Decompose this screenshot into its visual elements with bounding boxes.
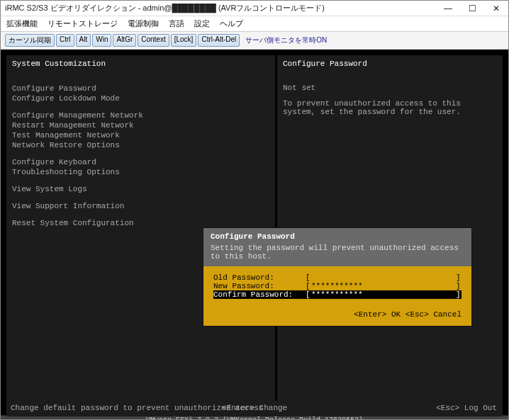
toolbar-note: サーバ側モニタを常時ON bbox=[245, 34, 327, 47]
new-password-row: New Password: [ *********** ] bbox=[213, 282, 462, 290]
console-area: System Customization Configure Password … bbox=[1, 50, 508, 415]
menu-restart-mgmt-network[interactable]: Restart Management Network bbox=[12, 120, 269, 130]
old-password-input[interactable] bbox=[311, 273, 456, 282]
menu-view-system-logs[interactable]: View System Logs bbox=[12, 184, 269, 194]
menubar: 拡張機能 リモートストレージ 電源制御 言語 設定 ヘルプ bbox=[1, 16, 508, 31]
window-title: iRMC S2/S3 ビデオリダイレクション - admin@████████ … bbox=[1, 3, 436, 13]
menu-configure-lockdown[interactable]: Configure Lockdown Mode bbox=[12, 93, 269, 103]
dialog-title: Configure Password bbox=[211, 232, 464, 241]
console-footer: Change default password to prevent unaut… bbox=[6, 401, 503, 415]
menu-power[interactable]: 電源制御 bbox=[126, 18, 160, 30]
footer-change-hint: <Enter> Change bbox=[222, 404, 287, 412]
cursor-sync-button[interactable]: カーソル同期 bbox=[5, 34, 55, 47]
menu-extensions[interactable]: 拡張機能 bbox=[5, 18, 39, 30]
menu-settings[interactable]: 設定 bbox=[193, 18, 211, 30]
window-titlebar: iRMC S2/S3 ビデオリダイレクション - admin@████████ … bbox=[1, 1, 508, 16]
ctrl-alt-del-button[interactable]: Ctrl-Alt-Del bbox=[198, 34, 240, 47]
alt-button[interactable]: Alt bbox=[76, 34, 91, 47]
toolbar: カーソル同期 Ctrl Alt Win AltGr Context [Lock]… bbox=[1, 31, 508, 50]
configure-password-dialog: Configure Password Setting the password … bbox=[203, 228, 471, 326]
confirm-password-row: Confirm Password: [ *********** ] bbox=[213, 290, 462, 299]
dialog-desc: Setting the password will prevent unauth… bbox=[211, 244, 464, 261]
right-panel-body: Not set To prevent unauthorized access t… bbox=[277, 72, 503, 120]
dialog-actions: <Enter> OK <Esc> Cancel bbox=[203, 305, 471, 326]
right-panel-title: Configure Password bbox=[277, 55, 503, 72]
dialog-header: Configure Password Setting the password … bbox=[203, 228, 471, 266]
left-panel-title: System Customization bbox=[6, 55, 275, 72]
footer-logout-hint: <Esc> Log Out bbox=[436, 404, 503, 412]
altgr-button[interactable]: AltGr bbox=[113, 34, 136, 47]
confirm-password-label: Confirm Password: bbox=[213, 290, 306, 299]
context-button[interactable]: Context bbox=[138, 34, 169, 47]
menu-remote-storage[interactable]: リモートストレージ bbox=[46, 18, 119, 30]
menu-reset-system-config[interactable]: Reset System Configuration bbox=[12, 218, 269, 228]
left-panel-body: Configure Password Configure Lockdown Mo… bbox=[6, 72, 275, 232]
menu-configure-mgmt-network[interactable]: Configure Management Network bbox=[12, 110, 269, 120]
menu-language[interactable]: 言語 bbox=[167, 18, 186, 30]
menu-configure-password[interactable]: Configure Password bbox=[12, 84, 269, 93]
lock-button[interactable]: [Lock] bbox=[171, 34, 197, 47]
new-password-label: New Password: bbox=[213, 282, 306, 290]
close-button[interactable]: ✕ bbox=[484, 1, 508, 16]
menu-troubleshooting[interactable]: Troubleshooting Options bbox=[12, 167, 269, 177]
window-buttons: — ☐ ✕ bbox=[436, 1, 508, 16]
menu-help[interactable]: ヘルプ bbox=[218, 18, 245, 30]
minimize-button[interactable]: — bbox=[436, 1, 460, 16]
old-password-row: Old Password: [ ] bbox=[213, 273, 462, 282]
confirm-password-input[interactable]: *********** bbox=[311, 290, 456, 299]
menu-view-support-info[interactable]: View Support Information bbox=[12, 201, 269, 211]
dialog-body: Old Password: [ ] New Password: [ ******… bbox=[203, 266, 471, 305]
old-password-label: Old Password: bbox=[213, 273, 306, 282]
maximize-button[interactable]: ☐ bbox=[460, 1, 484, 16]
new-password-input[interactable]: *********** bbox=[311, 282, 456, 290]
menu-configure-keyboard[interactable]: Configure Keyboard bbox=[12, 157, 269, 167]
right-panel-desc: To prevent unauthorized access to this s… bbox=[283, 99, 497, 116]
right-panel-status: Not set bbox=[283, 84, 497, 92]
menu-test-mgmt-network[interactable]: Test Management Network bbox=[12, 130, 269, 140]
menu-network-restore[interactable]: Network Restore Options bbox=[12, 140, 269, 150]
ctrl-button[interactable]: Ctrl bbox=[56, 34, 74, 47]
win-button[interactable]: Win bbox=[92, 34, 111, 47]
